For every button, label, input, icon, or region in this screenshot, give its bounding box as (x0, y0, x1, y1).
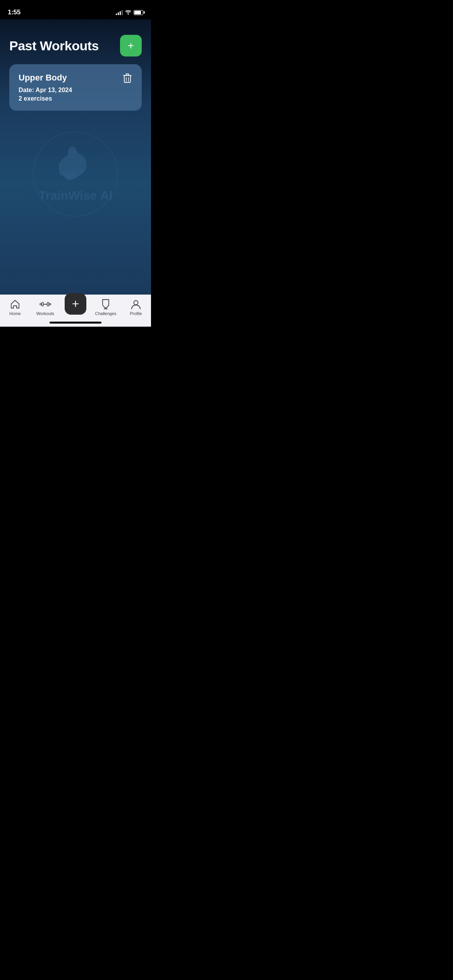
add-workout-button[interactable]: + (120, 35, 142, 57)
svg-rect-8 (49, 303, 51, 305)
workout-date: Date: Apr 13, 2024 (19, 87, 132, 94)
tab-home[interactable]: Home (0, 299, 30, 316)
workout-card-header: Upper Body (19, 73, 132, 87)
tab-profile[interactable]: Profile (121, 299, 151, 316)
delete-workout-button[interactable] (122, 73, 132, 84)
add-tab-button[interactable] (65, 293, 86, 315)
tab-workouts[interactable]: Workouts (30, 299, 60, 316)
status-bar: 1:55 (0, 0, 151, 19)
tab-workouts-label: Workouts (36, 311, 54, 316)
home-indicator (50, 322, 101, 324)
page-header: Past Workouts + (0, 19, 151, 64)
signal-icon (116, 10, 123, 15)
workout-card[interactable]: Upper Body Date: Apr 13, 2024 2 exercise… (9, 64, 142, 111)
tab-challenges[interactable]: Challenges (91, 299, 121, 316)
status-icons (116, 10, 143, 15)
profile-tab-icon (130, 299, 141, 310)
status-time: 1:55 (8, 9, 21, 16)
plus-icon: + (128, 40, 134, 51)
main-content: TrainWise AI Past Workouts + Upper Body … (0, 19, 151, 295)
svg-rect-0 (124, 75, 130, 82)
watermark: TrainWise AI (39, 146, 113, 202)
page-title: Past Workouts (9, 38, 99, 53)
wifi-icon (125, 10, 131, 15)
tab-home-label: Home (9, 311, 21, 316)
workout-exercises: 2 exercises (19, 95, 132, 102)
svg-rect-7 (40, 303, 41, 305)
workout-name: Upper Body (19, 73, 67, 83)
svg-point-16 (134, 301, 138, 305)
challenges-tab-icon (100, 299, 111, 310)
battery-icon (134, 10, 143, 15)
tab-profile-label: Profile (130, 311, 142, 316)
home-tab-icon (10, 299, 21, 310)
workouts-tab-icon (40, 299, 51, 310)
tab-add[interactable] (60, 293, 91, 317)
tab-challenges-label: Challenges (95, 311, 116, 316)
